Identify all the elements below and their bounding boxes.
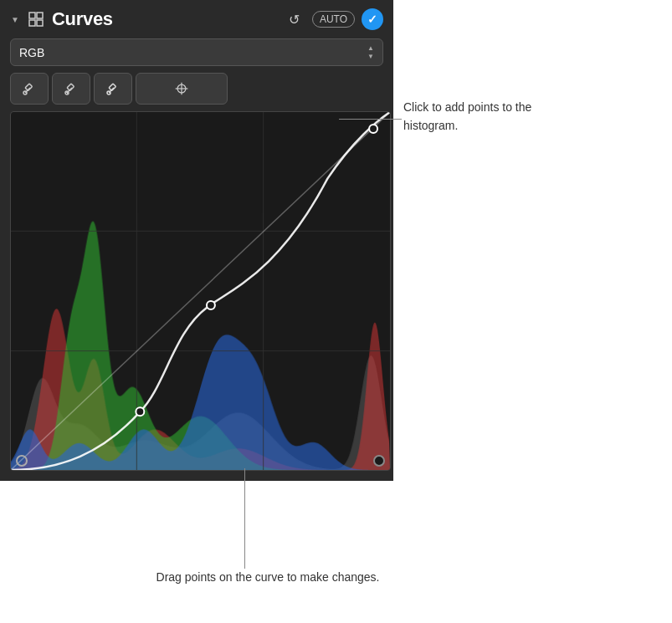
input-highlight-handle[interactable] <box>373 455 385 467</box>
svg-rect-1 <box>37 13 43 18</box>
undo-button[interactable]: ↺ <box>284 8 305 30</box>
tools-row <box>10 73 383 105</box>
channel-label: RGB <box>19 46 44 59</box>
svg-point-23 <box>207 301 215 309</box>
curves-area[interactable] <box>10 111 391 471</box>
svg-rect-8 <box>67 84 74 90</box>
svg-point-22 <box>136 407 144 416</box>
curves-panel: ▼ Curves ↺ AUTO RGB ▲ ▼ <box>0 0 393 481</box>
collapse-arrow-icon[interactable]: ▼ <box>10 14 20 24</box>
svg-rect-12 <box>109 84 115 90</box>
svg-rect-3 <box>37 20 43 26</box>
panel-title: Curves <box>52 8 277 30</box>
curves-icon <box>27 10 45 28</box>
panel-header: ▼ Curves ↺ AUTO <box>10 8 383 30</box>
input-shadow-handle[interactable] <box>16 455 28 467</box>
eyedropper-white-button[interactable] <box>94 73 132 105</box>
svg-rect-0 <box>29 13 35 18</box>
svg-rect-5 <box>25 84 32 90</box>
callout-bottom-line-vertical <box>244 468 245 569</box>
svg-point-24 <box>369 125 377 133</box>
curve-svg <box>11 112 390 470</box>
svg-rect-2 <box>29 20 35 26</box>
confirm-button[interactable] <box>362 8 383 30</box>
callout-top-line <box>339 119 402 120</box>
eyedropper-black-button[interactable] <box>10 73 49 105</box>
callout-bottom-text: Drag points on the curve to make changes… <box>151 569 385 587</box>
svg-line-21 <box>11 112 390 470</box>
callout-top-text: Click to add points to the histogram. <box>403 99 587 135</box>
channel-selector[interactable]: RGB ▲ ▼ <box>10 38 383 66</box>
auto-button[interactable]: AUTO <box>312 11 355 28</box>
add-points-button[interactable] <box>136 73 228 105</box>
channel-arrows-icon: ▲ ▼ <box>367 44 374 60</box>
eyedropper-gray-button[interactable] <box>52 73 90 105</box>
